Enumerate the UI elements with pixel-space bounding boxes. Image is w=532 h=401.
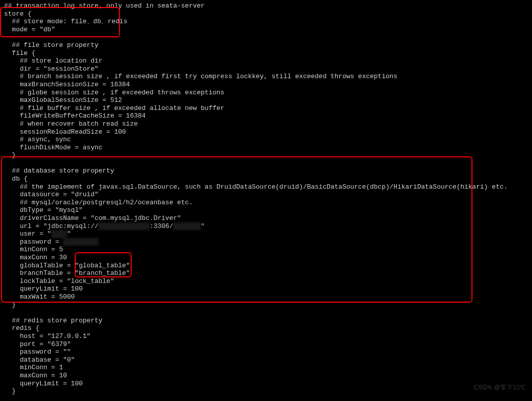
code-line: lockTable = "lock_table" [4,277,114,285]
code-line: } [4,301,16,309]
redacted-password: xxxxxxxxx [63,238,98,246]
code-line: queryLimit = 100 [4,285,83,293]
code-line: host = "127.0.0.1" [4,332,91,340]
redacted-user: xxxx [51,230,67,238]
code-line: flushDiskMode = async [4,144,102,151]
code-line: dir = "sessionStore" [4,65,98,73]
code-line: password = xxxxxxxxx [4,238,98,246]
code-line: maxConn = 30 [4,254,67,261]
code-line: db { [4,175,28,183]
code-line: file { [4,49,35,57]
watermark-text: CSDN @零下12℃ [474,384,526,391]
code-line: ## file store property [4,41,98,49]
code-line: datasource = "druid" [4,191,98,198]
code-line: maxBranchSessionSize = 16384 [4,81,130,88]
code-line: maxGlobalSessionSize = 512 [4,96,122,104]
code-line: minConn = 1 [4,364,63,371]
code-line: ## store mode: file、db、redis [4,18,127,25]
config-code-block: ## transaction log store, only used in s… [4,2,528,401]
redacted-dbname: xxxxxxx [173,222,201,231]
code-line: queryLimit = 100 [4,380,83,387]
code-line: fileWriteBufferCacheSize = 16384 [4,112,146,120]
code-line: redis { [4,324,39,332]
code-line: database = "0" [4,356,75,364]
code-line: # when recover batch read size [4,120,138,128]
code-line: # branch session size , if exceeded firs… [4,73,397,80]
code-line: sessionReloadReadSize = 100 [4,128,126,136]
code-line: # globe session size , if exceeded throw… [4,89,224,96]
code-line: dbType = "mysql" [4,206,83,214]
code-line: password = "" [4,348,71,356]
code-line: ## store location dir [4,57,102,65]
code-line: mode = "db" [4,26,55,33]
code-line: branchTable = "branch_table" [4,269,130,277]
code-line: ## redis store property [4,317,102,324]
code-line: user = "xxxx" [4,230,71,238]
code-line: } [4,387,16,395]
code-line: port = "6379" [4,340,71,348]
code-line: globalTable = "global_table" [4,262,130,269]
code-line: url = "jdbc:mysql://xxxxxxxxxxxxx:3306/x… [4,222,205,230]
code-line: } [4,151,16,159]
code-line: maxConn = 10 [4,372,67,379]
code-line: # file buffer size , if exceeded allocat… [4,104,224,112]
code-line: driverClassName = "com.mysql.jdbc.Driver… [4,214,181,222]
code-line: minConn = 5 [4,246,63,253]
code-line: ## database store property [4,167,114,175]
code-line: ## transaction log store, only used in s… [4,2,205,10]
code-line: maxWait = 5000 [4,293,75,301]
code-line: # async, sync [4,136,71,143]
code-line: ## the implement of javax.sql.DataSource… [4,183,508,191]
code-line: ## mysql/oracle/postgresql/h2/oceanbase … [4,199,193,206]
redacted-host: xxxxxxxxxxxxx [98,222,149,231]
code-line: store { [4,10,32,18]
